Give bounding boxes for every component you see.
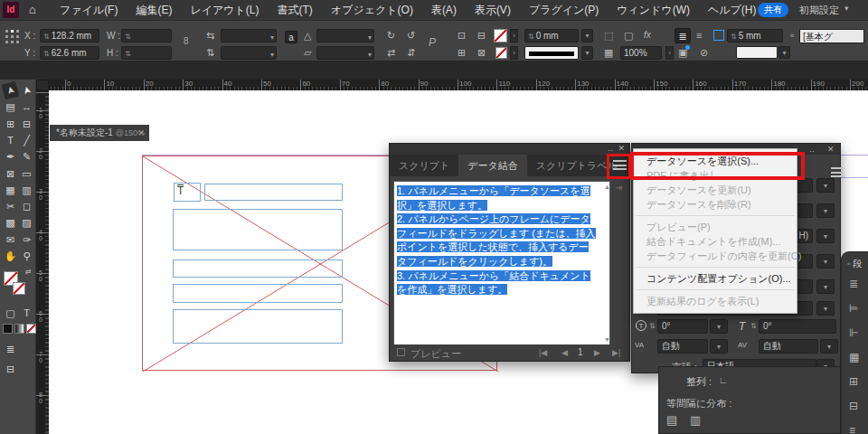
clear-effects-icon[interactable]: ⊘ — [700, 47, 708, 58]
scale-x-field[interactable]: ▾ — [221, 29, 277, 42]
menubar-item-8[interactable]: ウィンドウ(W) — [608, 3, 699, 18]
eyedropper-tool[interactable]: ✑ — [19, 232, 34, 247]
apply-color-button[interactable] — [3, 324, 13, 334]
constrain-proportions-icon[interactable]: a — [285, 31, 297, 43]
text-frame-4[interactable] — [173, 284, 343, 303]
scroll-down-icon[interactable]: ▼ — [604, 336, 610, 343]
chevron-down-icon[interactable]: ▾ — [710, 319, 728, 334]
opacity-dropdown[interactable]: › — [665, 46, 674, 60]
instruction-text-area[interactable]: 1. パネルメニューから「データソースを選択」を選択します。2. パネルからペー… — [393, 181, 610, 346]
apply-gradient-button[interactable] — [14, 324, 24, 334]
menubar-item-0[interactable]: ファイル(F) — [51, 3, 127, 18]
indent-first-icon[interactable]: ⊨ — [849, 302, 858, 315]
workspace-selector[interactable]: 初期設定 — [799, 4, 839, 17]
content-placer-tool[interactable]: ⊟ — [19, 117, 34, 131]
menubar-item-9[interactable]: ヘルプ(H) — [699, 3, 766, 18]
char-skew-field[interactable]: 0° — [759, 319, 836, 334]
stepper-icon[interactable]: ⇅ — [750, 322, 757, 330]
stepper-icon[interactable]: ⇅ — [731, 33, 737, 41]
text-frame-3[interactable] — [173, 259, 343, 278]
collapse-panel-icon[interactable]: ‥ — [608, 144, 613, 154]
y-field[interactable]: ⇅62.6 mm — [40, 46, 99, 60]
drop-shadow-icon[interactable]: ▣ — [678, 47, 687, 58]
tracking-field[interactable]: 自動 — [759, 339, 818, 354]
menubar-item-6[interactable]: 表示(V) — [466, 3, 520, 18]
chevron-down-icon[interactable]: ▾ — [270, 49, 274, 60]
auto-fit-icon[interactable] — [713, 30, 724, 41]
screen-mode-icon[interactable]: ⊟ — [3, 362, 18, 376]
vertical-ruler[interactable]: 1 02 03 04 05 06 07 08 0 — [36, 90, 49, 434]
home-icon[interactable]: ⌂ — [29, 3, 36, 16]
chevron-down-icon[interactable]: ▾ — [270, 32, 274, 42]
line-tool[interactable]: ╱ — [19, 133, 34, 147]
collapse-panel-icon[interactable]: ‥ — [809, 145, 815, 154]
selected-instruction-text[interactable]: 1. パネルメニューから「データソースを選択」を選択します。 — [397, 185, 590, 211]
direct-selection-tool[interactable]: ➤ — [18, 81, 36, 100]
rotate-cw-icon[interactable]: ↻ — [387, 30, 395, 41]
scissors-tool[interactable]: ✂ — [3, 199, 18, 213]
page-number[interactable]: 1 — [578, 347, 583, 357]
transform-reference-icon[interactable]: P — [429, 37, 436, 48]
style-options-icon[interactable]: ▫ — [790, 30, 794, 41]
note-tool[interactable]: ✉ — [3, 232, 18, 247]
opacity-field[interactable]: 100% — [620, 46, 662, 60]
pen-tool[interactable]: ✒ — [3, 149, 18, 164]
fill-options-button[interactable]: › — [510, 29, 518, 42]
apply-none-button[interactable] — [26, 324, 36, 334]
shear-icon[interactable]: ▱ — [304, 47, 311, 58]
stroke-weight-field[interactable]: ⇅0 mm — [524, 29, 579, 42]
align-icon[interactable]: ∟ — [719, 375, 728, 386]
stroke-swatch[interactable] — [495, 47, 507, 59]
space-before-icon[interactable]: ⊞ — [849, 375, 858, 388]
normal-view-icon[interactable]: ≣ — [3, 342, 18, 356]
text-frame-1[interactable] — [204, 184, 343, 201]
reference-point-proxy[interactable] — [5, 30, 20, 44]
fill-swatch[interactable] — [494, 29, 507, 42]
fit-proportionally-icon[interactable]: ⊠ — [477, 47, 486, 58]
proxy-dot[interactable] — [5, 41, 8, 43]
scale-y-icon[interactable]: ⇅ — [206, 47, 214, 58]
indent-left-icon[interactable]: ⊩ — [849, 326, 858, 339]
proxy-dot[interactable] — [16, 30, 19, 33]
proxy-dot[interactable] — [16, 41, 19, 43]
text-frame-0[interactable]: T — [174, 183, 201, 202]
proxy-dot[interactable] — [11, 30, 14, 33]
opacity-icon[interactable]: ▦ — [604, 47, 613, 58]
rotate-ccw-icon[interactable]: ↺ — [407, 30, 415, 41]
close-panel-icon[interactable]: ✕ — [827, 145, 835, 154]
stroke-options-button[interactable]: › — [510, 46, 518, 60]
menubar-item-3[interactable]: 書式(T) — [269, 3, 322, 18]
first-page-button[interactable]: |◀ — [539, 348, 547, 357]
link-dimensions-icon[interactable]: 8 — [184, 36, 189, 47]
free-transform-tool[interactable]: ◻ — [19, 199, 34, 213]
proxy-dot[interactable] — [5, 30, 8, 33]
fit-frame-to-content-icon[interactable]: ⊡ — [458, 30, 466, 41]
chevron-down-icon[interactable]: ▾ — [368, 32, 372, 42]
paragraph-panel-tab[interactable]: ◦ 段 — [847, 258, 862, 270]
shear-field[interactable]: ▾ — [316, 46, 374, 60]
content-collector-tool[interactable]: ⊞ — [3, 117, 18, 131]
close-panel-icon[interactable]: ✕ — [618, 144, 625, 154]
fit-spacing-field[interactable]: ⇅5 mm — [727, 29, 783, 42]
proxy-dot[interactable] — [11, 41, 14, 43]
stepper-icon[interactable]: ⇅ — [649, 322, 656, 330]
swatch-preview[interactable] — [736, 46, 778, 59]
horizontal-ruler[interactable]: 0102030405060708090100110120130140150160… — [49, 80, 868, 90]
selected-instruction-text[interactable]: 3. パネルメニューから「結合ドキュメントを作成」を選択します。 — [397, 270, 590, 296]
formatting-text-icon[interactable]: T — [19, 306, 34, 320]
menubar-item-1[interactable]: 編集(E) — [127, 3, 181, 18]
menubar-item-5[interactable]: 表(A) — [422, 3, 466, 18]
text-wrap-icon[interactable]: ≡ — [696, 30, 702, 41]
stepper-icon[interactable]: ⇅ — [125, 50, 131, 58]
hyphenate-icon[interactable]: ≡ — [849, 424, 855, 434]
scale-y-field[interactable]: ▾ — [221, 46, 277, 60]
stroke-weight-dropdown[interactable]: ▾ — [581, 29, 593, 42]
distribute-horizontal-icon[interactable]: ▤ — [666, 415, 677, 426]
rotation-angle-field[interactable]: ▾ — [316, 29, 374, 42]
stepper-icon[interactable]: ⇅ — [528, 33, 534, 41]
chevron-down-icon[interactable]: ▾ — [816, 254, 835, 269]
scale-x-icon[interactable]: ⇆ — [206, 30, 214, 41]
text-frame-2[interactable] — [173, 209, 343, 250]
chevron-down-icon[interactable]: ▾ — [368, 49, 372, 60]
fit-content-to-frame-icon[interactable]: ⊟ — [477, 30, 486, 41]
